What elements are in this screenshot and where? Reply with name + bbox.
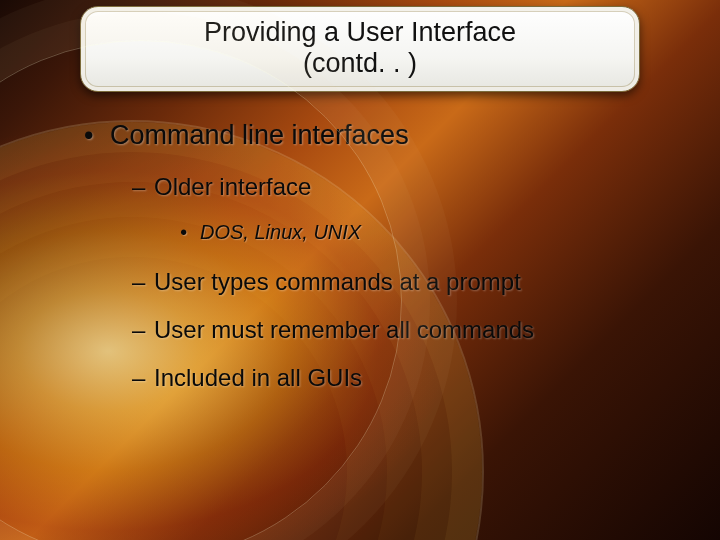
title-container: Providing a User Interface (contd. . ) (80, 6, 640, 92)
title-line-1: Providing a User Interface (101, 17, 619, 48)
bullet-level2: User must remember all commands (132, 316, 680, 344)
bullet-level2: Included in all GUIs (132, 364, 680, 392)
bullet-level1: Command line interfaces (88, 120, 680, 151)
slide: Providing a User Interface (contd. . ) C… (0, 0, 720, 540)
bullet-level2: User types commands at a prompt (132, 268, 680, 296)
title-box: Providing a User Interface (contd. . ) (80, 6, 640, 92)
bullet-level3: DOS, Linux, UNIX (180, 221, 680, 244)
title-line-2: (contd. . ) (101, 48, 619, 79)
content-area: Command line interfaces Older interface … (88, 120, 680, 412)
bullet-level2: Older interface (132, 173, 680, 201)
